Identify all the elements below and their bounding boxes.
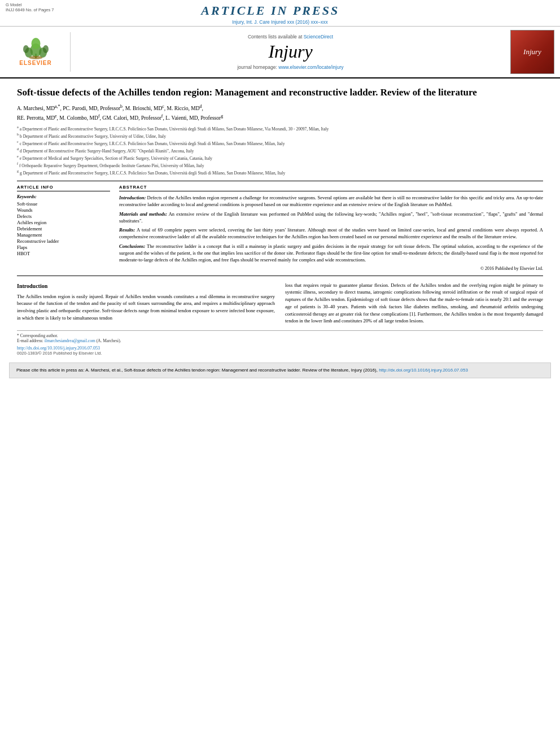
article-info-column: ARTICLE INFO Keywords: Soft-tissueWounds… — [17, 185, 110, 271]
abstract-conclusions: Conclusions: The reconstructive ladder i… — [119, 243, 543, 264]
keyword-item: Flaps — [17, 244, 110, 250]
citation-url[interactable]: http://dx.doi.org/10.1016/j.injury.2016.… — [379, 368, 468, 373]
journal-ref: Injury, Int. J. Care Injured xxx (2016) … — [6, 19, 554, 25]
body-two-col: Introduction The Achilles tendon region … — [17, 282, 543, 325]
doi-link-line: http://dx.doi.org/10.1016/j.injury.2016.… — [17, 346, 543, 351]
keyword-item: Wounds — [17, 207, 110, 213]
contents-available: Contents lists available at ScienceDirec… — [76, 34, 505, 40]
thumb-label: Injury — [523, 47, 541, 56]
g-model-text: G Model — [6, 2, 54, 7]
divider-1 — [17, 181, 543, 181]
svg-point-5 — [43, 45, 49, 53]
svg-point-6 — [31, 38, 40, 49]
article-title: Soft-tissue defects of the Achilles tend… — [17, 86, 543, 99]
body-right-column: loss that requires repair to guarantee p… — [285, 282, 543, 325]
keyword-item: Debridement — [17, 226, 110, 231]
keywords-list: Soft-tissueWoundsDefectsAchilles regionD… — [17, 201, 110, 256]
issn-line: 0020-1383/© 2016 Published by Elsevier L… — [17, 351, 543, 356]
aip-title: ARTICLE IN PRESS — [54, 2, 487, 18]
homepage-text: journal homepage: — [237, 64, 277, 70]
article-info-header: ARTICLE INFO — [17, 185, 110, 191]
corresponding-note: * Corresponding author. — [17, 333, 543, 338]
svg-point-7 — [29, 56, 42, 59]
keyword-item: Reconstructive ladder — [17, 238, 110, 244]
keywords-label: Keywords: — [17, 194, 110, 199]
body-left-column: Introduction The Achilles tendon region … — [17, 282, 275, 325]
intro-paragraph-1: The Achilles tendon region is easily inj… — [17, 293, 275, 322]
email-note: E-mail address: ilmarchesiandrea@gmail.c… — [17, 338, 543, 343]
abstract-methods: Materials and methods: An extensive revi… — [119, 211, 543, 225]
authors-line: A. Marchesi, MDa,*, PC. Parodi, MD, Prof… — [17, 103, 543, 122]
intro-heading: Introduction — [17, 282, 275, 290]
keyword-item: Achilles region — [17, 220, 110, 225]
homepage-link[interactable]: www.elsevier.com/locate/injury — [278, 64, 343, 70]
abstract-column: ABSTRACT Introduction: Defects of the Ac… — [119, 185, 543, 271]
elsevier-logo-area: ELSEVIER — [6, 32, 71, 72]
sciencedirect-link[interactable]: ScienceDirect — [304, 34, 333, 40]
article-in-press-banner: G Model INJJ 6849 No. of Pages 7 ARTICLE… — [0, 0, 560, 27]
journal-center: Contents lists available at ScienceDirec… — [71, 34, 510, 70]
main-content: Soft-tissue defects of the Achilles tend… — [0, 78, 560, 360]
affiliations: a a Department of Plastic and Reconstruc… — [17, 125, 543, 176]
intro-paragraph-2: loss that requires repair to guarantee p… — [285, 282, 543, 325]
copyright-line: © 2016 Published by Elsevier Ltd. — [119, 266, 543, 271]
keyword-item: Soft-tissue — [17, 201, 110, 207]
citation-prefix: Please cite this article in press as: A.… — [16, 368, 378, 373]
contents-text: Contents lists available at — [248, 34, 302, 40]
journal-header: ELSEVIER Contents lists available at Sci… — [0, 27, 560, 78]
abstract-results: Results: A total of 69 complete papers w… — [119, 226, 543, 241]
keyword-item: HBOT — [17, 251, 110, 256]
footnote-section: * Corresponding author. E-mail address: … — [17, 330, 543, 343]
elsevier-tree-icon — [20, 38, 51, 59]
article-info-abstract-section: ARTICLE INFO Keywords: Soft-tissueWounds… — [17, 185, 543, 271]
journal-thumbnail: Injury — [510, 30, 554, 74]
divider-2 — [17, 276, 543, 276]
inj-number-text: INJJ 6849 No. of Pages 7 — [6, 7, 54, 12]
elsevier-label: ELSEVIER — [19, 60, 51, 66]
journal-name-display: Injury — [76, 41, 505, 62]
doi-link[interactable]: http://dx.doi.org/10.1016/j.injury.2016.… — [17, 346, 100, 351]
abstract-intro: Introduction: Defects of the Achilles te… — [119, 194, 543, 208]
email-link[interactable]: ilmarchesiandrea@gmail.com — [45, 338, 95, 343]
svg-point-4 — [23, 45, 29, 53]
doi-section: http://dx.doi.org/10.1016/j.injury.2016.… — [17, 346, 543, 356]
abstract-header: ABSTRACT — [119, 185, 543, 191]
homepage-line: journal homepage: www.elsevier.com/locat… — [76, 64, 505, 70]
keyword-item: Defects — [17, 213, 110, 219]
citation-box: Please cite this article in press as: A.… — [9, 362, 551, 378]
keyword-item: Management — [17, 232, 110, 238]
